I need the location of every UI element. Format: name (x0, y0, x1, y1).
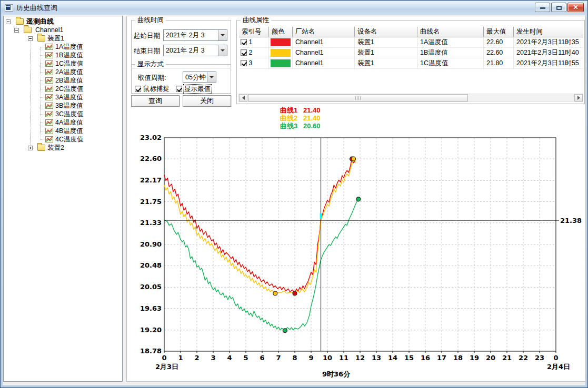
x-tick-label: 17 (437, 354, 446, 362)
x-tick-label: 23 (535, 354, 544, 362)
end-date-label: 结束日期 (134, 47, 160, 56)
display-mode-group: 显示方式 取值周期: 05分钟 鼠标捕捉 显示最值 (131, 64, 231, 94)
row-device: 装置1 (355, 37, 417, 48)
x-tick-label: 21 (502, 354, 512, 362)
row-checkbox[interactable] (241, 60, 247, 66)
tree-item-root[interactable]: 遥测曲线 (4, 17, 122, 26)
x-tick-label: 9 (308, 354, 313, 362)
date-label-left: 2月3日 (155, 363, 178, 371)
tree-item-3C温度值[interactable]: 3C温度值 (4, 110, 122, 118)
row-time: 2021年2月3日11时55 (514, 58, 583, 69)
tree-item-4C温度值[interactable]: 4C温度值 (4, 135, 122, 144)
start-date-dropdown-button[interactable] (218, 30, 227, 40)
tree-item-4B温度值[interactable]: 4B温度值 (4, 127, 122, 135)
tree-item-1A温度值[interactable]: 1A温度值 (4, 43, 122, 51)
tree-item-device2[interactable]: 装置2 (4, 144, 122, 152)
row-curve: 1A温度值 (417, 37, 484, 48)
color-swatch (271, 59, 291, 67)
cursor-capture-marker (320, 213, 322, 219)
window-title: 历史曲线查询 (16, 3, 57, 13)
legend-label: 曲线1 (280, 106, 303, 114)
close-dialog-button[interactable]: 关闭 (183, 95, 231, 107)
tree-item-channel1[interactable]: Channel1 (4, 26, 122, 34)
period-label: 取值周期: (138, 74, 166, 83)
tree-item-3A温度值[interactable]: 3A温度值 (4, 93, 122, 101)
col-header-color[interactable]: 颜色 (269, 27, 293, 37)
show-extremes-checkbox[interactable] (176, 86, 182, 92)
x-tick-label: 18 (453, 354, 463, 362)
close-button[interactable]: ✕ (567, 3, 584, 12)
col-header-curve[interactable]: 曲线名 (417, 27, 484, 37)
row-station: Channel1 (293, 48, 355, 58)
curve-icon (45, 44, 53, 50)
tree-item-1B温度值[interactable]: 1B温度值 (4, 51, 122, 59)
end-date-select[interactable]: 2021年 2月 3 (163, 45, 227, 56)
crosshair-time-label: 9时36分 (322, 370, 351, 378)
show-extremes-option: 显示最值 (176, 84, 211, 94)
app-window: 历史曲线查询 ✕ 遥测曲线 Channel1 (0, 0, 588, 388)
collapse-icon[interactable] (14, 28, 19, 33)
tree-item-3B温度值[interactable]: 3B温度值 (4, 101, 122, 110)
scroll-right-button[interactable] (574, 94, 583, 101)
collapse-icon[interactable] (6, 19, 11, 24)
tree-item-device1[interactable]: 装置1 (4, 34, 122, 43)
table-row-1B温度值[interactable]: 2Channel1装置11B温度值22.602021年2月3日11时40 (239, 48, 583, 58)
tree-channel-label: Channel1 (35, 26, 64, 34)
tree-item-4A温度值[interactable]: 4A温度值 (4, 118, 122, 127)
minimize-button[interactable] (535, 3, 550, 12)
tree-item-2C温度值[interactable]: 2C温度值 (4, 85, 122, 93)
color-swatch (271, 49, 291, 57)
title-bar[interactable]: 历史曲线查询 ✕ (1, 1, 587, 15)
tree-leaf-label: 4B温度值 (55, 127, 83, 135)
dialog-content: 遥测曲线 Channel1 装置1 1A温度值1B温度值1C温度值2A温度值2B… (3, 15, 585, 385)
curve-icon (45, 60, 53, 67)
row-color-cell (269, 37, 293, 48)
tree-connector (41, 106, 45, 106)
folder-icon (37, 145, 45, 151)
scroll-left-button[interactable] (239, 94, 247, 101)
legend-label: 曲线3 (280, 122, 303, 130)
maximize-icon (556, 6, 562, 10)
chart-legend: 曲线121.40曲线221.40曲线320.60 (280, 106, 321, 130)
col-header-time[interactable]: 发生时间 (514, 27, 583, 37)
mouse-capture-checkbox[interactable] (135, 86, 141, 92)
query-button[interactable]: 查询 (131, 95, 180, 107)
start-date-select[interactable]: 2021年 2月 3 (163, 29, 227, 41)
table-row-1C温度值[interactable]: 3Channel1装置11C温度值21.802021年2月3日11时55 (239, 58, 583, 69)
expand-icon[interactable] (28, 146, 33, 150)
maximize-button[interactable] (551, 3, 566, 12)
curve-icon (45, 103, 53, 109)
scrollbar-thumb[interactable] (248, 94, 468, 101)
x-tick-label: 16 (421, 354, 430, 362)
legend-value: 21.40 (303, 106, 321, 114)
show-extremes-label: 显示最值 (184, 85, 211, 93)
col-header-index[interactable]: 索引号 (239, 27, 269, 37)
curve-icon (45, 136, 53, 142)
collapse-icon[interactable] (28, 36, 33, 41)
tree-item-1C温度值[interactable]: 1C温度值 (4, 59, 122, 68)
row-checkbox[interactable] (241, 49, 247, 56)
tree-item-2A温度值[interactable]: 2A温度值 (4, 68, 122, 76)
y-tick-label: 19.20 (140, 326, 162, 334)
row-index-cell: 3 (239, 58, 269, 69)
display-mode-title: 显示方式 (135, 60, 166, 68)
close-icon: ✕ (568, 3, 583, 12)
row-checkbox[interactable] (241, 39, 247, 45)
period-dropdown-button[interactable] (207, 72, 216, 82)
table-hscrollbar[interactable] (238, 94, 583, 102)
col-header-max[interactable]: 最大值 (484, 27, 514, 37)
curve-icon (45, 111, 53, 117)
x-tick-label: 5 (243, 354, 248, 362)
table-row-1A温度值[interactable]: 1Channel1装置11A温度值22.602021年2月3日11时35 (239, 37, 583, 48)
tree-connector (41, 80, 45, 81)
row-index-cell: 2 (239, 48, 269, 58)
crosshair-value-label: 21.38 (560, 217, 582, 224)
tree-item-2B温度值[interactable]: 2B温度值 (4, 76, 122, 85)
col-header-station[interactable]: 厂站名 (293, 27, 355, 37)
period-select[interactable]: 05分钟 (183, 72, 216, 83)
end-date-dropdown-button[interactable] (218, 45, 227, 56)
tree-connector (41, 139, 45, 140)
col-header-device[interactable]: 设备名 (355, 27, 417, 37)
chevron-down-icon (221, 34, 225, 36)
row-station: Channel1 (293, 58, 355, 69)
